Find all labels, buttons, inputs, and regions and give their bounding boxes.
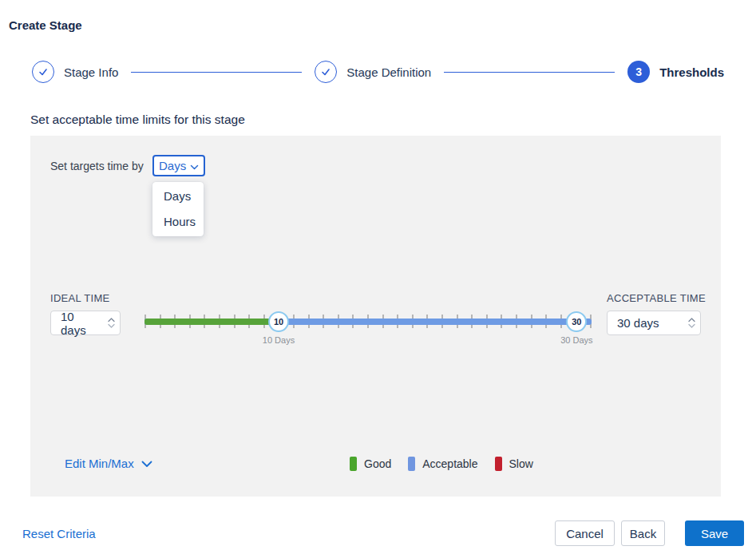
ideal-time-input[interactable]: 10 days: [50, 311, 121, 335]
edit-minmax-label: Edit Min/Max: [65, 457, 134, 470]
legend: Good Acceptable Slow: [350, 457, 533, 471]
threshold-slider: 10 30 10 Days 30 Days: [144, 307, 592, 347]
spinner-up-icon: [688, 318, 695, 323]
menu-item-hours[interactable]: Hours: [152, 209, 204, 235]
save-button[interactable]: Save: [685, 520, 744, 546]
back-button[interactable]: Back: [621, 520, 665, 546]
targets-time-label: Set targets time by: [50, 160, 144, 172]
legend-item-slow: Slow: [495, 457, 533, 471]
legend-item-good: Good: [350, 457, 391, 471]
slider-track-good[interactable]: [144, 319, 279, 325]
edit-minmax-link[interactable]: Edit Min/Max: [65, 457, 152, 470]
time-unit-dropdown[interactable]: Days: [152, 155, 205, 176]
step-label-stage-info: Stage Info: [64, 65, 118, 79]
step-thresholds[interactable]: 3 Thresholds: [627, 61, 724, 83]
page-title: Create Stage: [9, 18, 82, 32]
step-stage-info[interactable]: Stage Info: [32, 61, 118, 83]
spinner-down-icon: [688, 323, 695, 328]
time-unit-selected-value: Days: [159, 159, 186, 172]
acceptable-handle-label: 30 Days: [560, 335, 592, 345]
time-unit-menu: Days Hours: [152, 182, 204, 236]
acceptable-slider-handle[interactable]: 30: [566, 311, 587, 332]
chevron-down-icon: [141, 457, 152, 470]
reset-criteria-link[interactable]: Reset Criteria: [22, 527, 96, 540]
acceptable-time-label: ACCEPTABLE TIME: [607, 292, 706, 304]
ideal-time-label: IDEAL TIME: [50, 292, 110, 304]
legend-item-acceptable: Acceptable: [408, 457, 477, 471]
check-circle-icon: [32, 61, 54, 83]
stepper: Stage Info Stage Definition 3 Thresholds: [32, 61, 724, 83]
step-label-thresholds: Thresholds: [659, 65, 724, 79]
legend-label-slow: Slow: [509, 457, 533, 470]
legend-label-acceptable: Acceptable: [422, 457, 477, 470]
cancel-button[interactable]: Cancel: [555, 520, 615, 546]
step-label-stage-definition: Stage Definition: [346, 65, 431, 79]
good-swatch: [350, 457, 357, 471]
menu-item-days[interactable]: Days: [152, 184, 204, 209]
ideal-time-value: 10 days: [51, 310, 102, 337]
legend-label-good: Good: [364, 457, 391, 470]
spinner-up-icon: [108, 318, 115, 323]
check-circle-icon: [315, 61, 337, 83]
ideal-time-spinner[interactable]: [102, 318, 120, 328]
stepper-connector: [444, 72, 615, 73]
acceptable-time-value: 30 days: [608, 316, 683, 330]
section-heading: Set acceptable time limits for this stag…: [30, 113, 245, 127]
slow-swatch: [495, 457, 502, 471]
chevron-down-icon: [190, 159, 199, 172]
ideal-handle-label: 10 Days: [263, 335, 295, 345]
spinner-down-icon: [108, 323, 115, 328]
acceptable-swatch: [408, 457, 415, 471]
acceptable-time-spinner[interactable]: [683, 318, 700, 328]
step-stage-definition[interactable]: Stage Definition: [315, 61, 431, 83]
ideal-slider-handle[interactable]: 10: [268, 311, 289, 332]
create-stage-dialog: Create Stage Stage Info Stage Definition…: [0, 0, 756, 558]
step-number-badge: 3: [627, 61, 650, 83]
acceptable-time-input[interactable]: 30 days: [607, 311, 701, 335]
stepper-connector: [131, 72, 302, 73]
